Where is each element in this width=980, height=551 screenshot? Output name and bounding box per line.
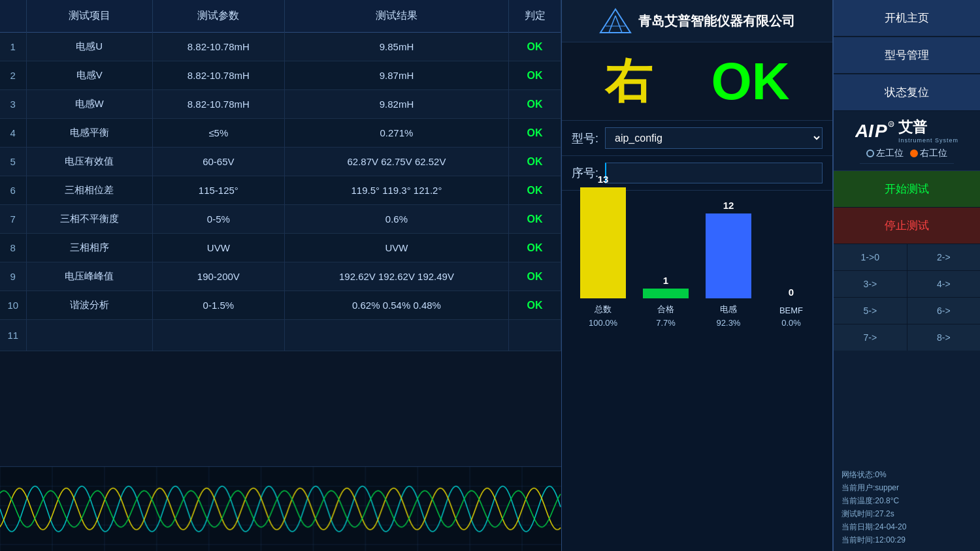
row-result: 0.271% <box>284 119 508 148</box>
col-header-judge: 判定 <box>509 0 561 33</box>
right-panel: 开机主页 型号管理 状态复位 A I P R 艾普 Instrument <box>833 0 980 551</box>
shortcut-btn-5[interactable]: 5-> <box>834 298 907 324</box>
result-display: 右 OK <box>562 42 832 121</box>
chart-bar-group: 13 总数 100.0% <box>580 174 626 328</box>
row-result: 9.82mH <box>284 90 508 119</box>
row-result: 0.6% <box>284 205 508 234</box>
svg-text:P: P <box>875 121 887 141</box>
test-time-status: 测试时间:27.2s <box>841 509 972 520</box>
bar-label-num: 1 <box>663 275 668 286</box>
stop-test-button[interactable]: 停止测试 <box>834 208 980 244</box>
row-param: 190-200V <box>152 262 284 291</box>
row-item: 谐波分析 <box>26 291 152 320</box>
table-row: 8 三相相序 UVW UVW OK <box>0 234 561 262</box>
row-param: 8.82-10.78mH <box>152 33 284 61</box>
test-result-ok: OK <box>711 52 790 112</box>
seq-input[interactable] <box>605 163 823 183</box>
company-header: 青岛艾普智能仪器有限公司 <box>562 0 832 42</box>
row-param: 0-5% <box>152 205 284 234</box>
col-header-item: 测试项目 <box>26 0 152 33</box>
shortcut-btn-4[interactable]: 4-> <box>907 271 981 297</box>
waveform-canvas <box>0 467 561 551</box>
row-item: 电压有效值 <box>26 148 152 176</box>
right-station-label: 右工位 <box>920 148 947 159</box>
row-result: 9.87mH <box>284 61 508 90</box>
home-button[interactable]: 开机主页 <box>834 0 980 37</box>
row-param <box>152 320 284 351</box>
table-row: 10 谐波分析 0-1.5% 0.62% 0.54% 0.48% OK <box>0 291 561 320</box>
row-item: 电感W <box>26 90 152 119</box>
row-result: 119.5° 119.3° 121.2° <box>284 176 508 205</box>
shortcut-grid: 1->02->3->4->5->6->7->8-> <box>834 244 980 351</box>
row-index: 1 <box>0 33 26 61</box>
station-row: 左工位 右工位 <box>860 144 954 164</box>
row-param: 8.82-10.78mH <box>152 61 284 90</box>
right-station-radio-icon <box>910 150 918 157</box>
company-logo-icon <box>599 8 632 34</box>
table-row: 9 电压峰峰值 190-200V 192.62V 192.62V 192.49V… <box>0 262 561 291</box>
row-index: 7 <box>0 205 26 234</box>
aip-brand: A I P R 艾普 Instrument System 左工位 <box>834 111 980 171</box>
col-header-param: 测试参数 <box>152 0 284 33</box>
row-item: 电压峰峰值 <box>26 262 152 291</box>
row-param: 60-65V <box>152 148 284 176</box>
svg-text:R: R <box>890 122 893 127</box>
row-result: 0.62% 0.54% 0.48% <box>284 291 508 320</box>
row-item: 三相相位差 <box>26 176 152 205</box>
row-index: 2 <box>0 61 26 90</box>
row-item: 三相相序 <box>26 234 152 262</box>
shortcut-btn-3[interactable]: 3-> <box>834 271 907 297</box>
model-row: 型号: aip_config <box>562 121 832 156</box>
row-judge: OK <box>509 205 561 234</box>
aip-instrument-sub: Instrument System <box>898 137 958 144</box>
shortcut-btn-6[interactable]: 6-> <box>907 298 981 324</box>
table-row: 1 电感U 8.82-10.78mH 9.85mH OK <box>0 33 561 61</box>
row-judge <box>509 320 561 351</box>
bar-pct-label: 7.7% <box>656 318 676 328</box>
svg-text:A: A <box>855 121 868 141</box>
waveform-display <box>0 466 561 551</box>
model-management-button[interactable]: 型号管理 <box>834 37 980 74</box>
state-reset-button[interactable]: 状态复位 <box>834 74 980 111</box>
row-index: 8 <box>0 234 26 262</box>
network-status: 网络状态:0% <box>841 469 972 480</box>
model-select[interactable]: aip_config <box>605 127 823 149</box>
station-right[interactable]: 右工位 <box>910 148 947 159</box>
left-station-label: 左工位 <box>876 148 904 159</box>
bar-rect <box>706 213 751 298</box>
bar-pct-label: 0.0% <box>781 318 801 328</box>
row-index: 3 <box>0 90 26 119</box>
row-index: 4 <box>0 119 26 148</box>
bar-label-num: 12 <box>723 200 734 211</box>
row-judge: OK <box>509 262 561 291</box>
bar-rect <box>643 289 689 298</box>
row-judge: OK <box>509 90 561 119</box>
shortcut-btn-7[interactable]: 7-> <box>834 324 907 351</box>
row-item <box>26 320 152 351</box>
row-item: 三相不平衡度 <box>26 205 152 234</box>
direction-label: 右 <box>605 50 652 113</box>
test-results-table: 测试项目 测试参数 测试结果 判定 1 电感U 8.82-10.78mH 9.8… <box>0 0 561 351</box>
station-left[interactable]: 左工位 <box>866 148 904 159</box>
current-date: 当前日期:24-04-20 <box>841 522 972 533</box>
row-item: 电感U <box>26 33 152 61</box>
shortcut-btn-8[interactable]: 8-> <box>907 324 981 351</box>
bar-category-label: 总数 <box>595 304 612 315</box>
row-judge: OK <box>509 61 561 90</box>
right-nav-top: 开机主页 型号管理 状态复位 <box>834 0 980 111</box>
chart-bar-group: 1 合格 7.7% <box>643 275 689 328</box>
chart-bar-group: 12 电感 92.3% <box>706 200 751 328</box>
table-row: 11 <box>0 320 561 351</box>
start-test-button[interactable]: 开始测试 <box>834 171 980 208</box>
col-header-index <box>0 0 26 33</box>
shortcut-btn-1[interactable]: 1->0 <box>834 244 907 270</box>
table-row: 5 电压有效值 60-65V 62.87V 62.75V 62.52V OK <box>0 148 561 176</box>
row-param: ≤5% <box>152 119 284 148</box>
table-row: 3 电感W 8.82-10.78mH 9.82mH OK <box>0 90 561 119</box>
middle-panel: 青岛艾普智能仪器有限公司 右 OK 型号: aip_config 序号: 13 … <box>562 0 833 551</box>
shortcut-btn-2[interactable]: 2-> <box>907 244 981 270</box>
row-result: 62.87V 62.75V 62.52V <box>284 148 508 176</box>
company-name-label: 青岛艾普智能仪器有限公司 <box>638 12 795 30</box>
chart-area: 13 总数 100.0% 1 合格 7.7% 12 电感 92.3% 0 BEM… <box>562 191 832 551</box>
row-judge: OK <box>509 33 561 61</box>
